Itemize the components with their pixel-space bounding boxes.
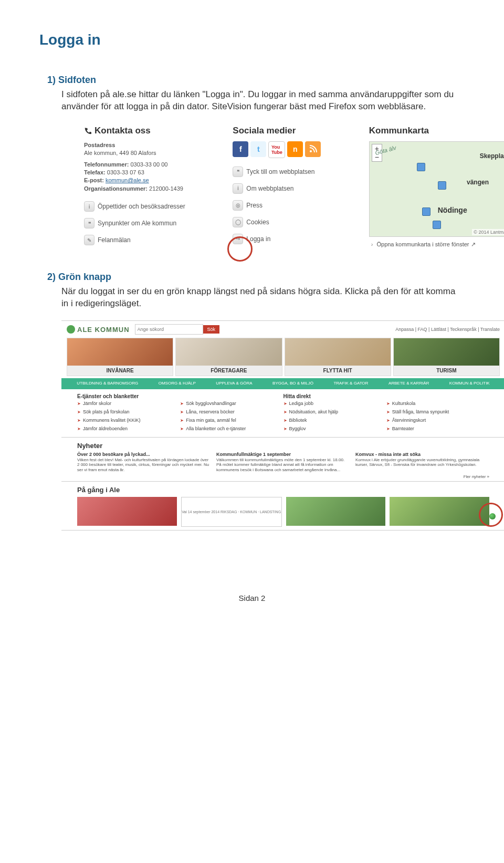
section-number: 1) [47, 75, 56, 85]
cookie-icon: ◯ [233, 217, 243, 227]
quicklink[interactable]: Sök plats på förskolan [77, 408, 180, 416]
quicklink[interactable]: Fixa min gata, anmäl fel [180, 416, 283, 424]
screenshot-footer: Kontakta oss Postadress Ale kommun, 449 … [79, 123, 504, 251]
footer-link-report[interactable]: ✎Felanmälan [84, 232, 222, 248]
quicklinks-heading: Hitta direkt [284, 393, 490, 399]
quicklink[interactable]: Låna, reservera böcker [180, 408, 283, 416]
quicklinks: E-tjänster och blanketter Hitta direkt J… [61, 389, 504, 437]
search-button[interactable]: Sök [203, 325, 220, 334]
quicklink[interactable]: Sök bygglovshandlingar [180, 399, 283, 408]
quicklink[interactable]: Jämför äldreboenden [77, 424, 180, 433]
tab-image [394, 338, 499, 366]
quicklink[interactable]: Barnteater [386, 424, 489, 433]
footer-link-opinions[interactable]: ❝Synpunkter om Ale kommun [84, 215, 222, 232]
news-heading: Nyheter [77, 442, 489, 450]
svg-point-0 [310, 150, 312, 152]
events-heading: På gång i Ale [77, 486, 489, 494]
tab-invanare[interactable]: INVÅNARE [67, 338, 173, 376]
tab-image [285, 338, 391, 366]
tab-flytta[interactable]: FLYTTA HIT [285, 338, 391, 376]
category-link[interactable]: BYGGA, BO & MILJÖ [272, 381, 313, 386]
info-icon: i [233, 183, 243, 194]
quicklink[interactable]: Alla blanketter och e-tjänster [180, 424, 283, 433]
section-name: Grön knapp [58, 272, 111, 282]
site-logo[interactable]: ALE KOMMUN [67, 325, 130, 334]
facebook-icon[interactable]: f [233, 141, 248, 157]
news-item[interactable]: Komvux - missa inte att sökaKomvux i Ale… [355, 452, 489, 473]
category-link[interactable]: UPPLEVA & GÖRA [216, 381, 252, 386]
news-icon[interactable]: n [287, 141, 303, 157]
annotation-circle [227, 236, 253, 262]
category-link[interactable]: UTBILDNING & BARNOMSORG [77, 381, 138, 386]
speech-icon: ❝ [84, 218, 94, 228]
event-image[interactable] [77, 497, 177, 526]
map-column: Kommunkarta +− Göta älv Skepplanda vänge… [364, 123, 504, 251]
map-pin-icon [422, 207, 430, 216]
footer-link-press[interactable]: ◎Press [233, 197, 358, 214]
quicklink[interactable]: Nödsituation, akut hjälp [284, 408, 386, 416]
search-input[interactable] [135, 324, 203, 335]
report-icon: ✎ [84, 235, 94, 245]
contact-details: Telefonnummer: 0303-33 00 00 Telefax: 03… [84, 161, 222, 193]
chevron-right-icon: › [371, 241, 373, 247]
speech-icon: ❝ [233, 167, 243, 177]
category-link[interactable]: ARBETE & KARRIÄR [388, 381, 429, 386]
search-form: Sök [135, 324, 220, 335]
social-icons: f t YouTube n [233, 141, 358, 158]
screenshot-homepage: ALE KOMMUN Sök Anpassa | FAQ | Lättläst … [61, 320, 504, 531]
tab-foretagare[interactable]: FÖRETAGARE [175, 338, 282, 376]
quicklink[interactable]: Bygglov [284, 424, 386, 433]
social-column: Sociala medier f t YouTube n ❝Tyck till … [227, 123, 363, 251]
map-pin-icon [438, 181, 446, 190]
event-image[interactable] [286, 497, 386, 526]
quicklink[interactable]: Ställ fråga, lämna synpunkt [386, 408, 489, 416]
social-heading: Sociala medier [233, 126, 358, 136]
open-map-link[interactable]: › Öppna kommunkarta i större fönster ↗ [369, 237, 504, 248]
footer-link-feedback[interactable]: ❝Tyck till om webbplatsen [233, 163, 358, 180]
youtube-icon[interactable]: YouTube [268, 141, 285, 158]
town-label: Nödinge [438, 206, 467, 214]
top-utility-links[interactable]: Anpassa | FAQ | Lättläst | Teckenspråk |… [395, 327, 500, 332]
camera-icon: ◎ [233, 200, 243, 211]
tab-turism[interactable]: TURISM [393, 338, 500, 376]
phone-icon [84, 127, 91, 134]
news-item[interactable]: Över 2 000 besökare på lyckad...Vilken f… [77, 452, 211, 473]
event-image[interactable]: Val 14 september 2014 RIKSDAG · KOMMUN ·… [181, 497, 282, 527]
category-link[interactable]: OMSORG & HJÄLP [159, 381, 196, 386]
footer-link-aboutsite[interactable]: iOm webbplatsen [233, 180, 358, 197]
footer-link-hours[interactable]: iÖppettider och besöksadresser [84, 198, 222, 215]
event-image[interactable] [390, 497, 489, 526]
quicklink[interactable]: Kommunens kvalitet (KKiK) [77, 416, 180, 424]
section-name: Sidfoten [58, 75, 96, 85]
main-tabs: INVÅNARE FÖRETAGARE FLYTTA HIT TURISM [61, 338, 504, 376]
quicklink[interactable]: Lediga jobb [284, 399, 386, 408]
map-pin-icon [417, 163, 425, 171]
rss-icon[interactable] [305, 141, 321, 157]
quicklink[interactable]: Återvinningskort [386, 416, 489, 424]
quicklink[interactable]: Bibliotek [284, 416, 386, 424]
category-link[interactable]: TRAFIK & GATOR [333, 381, 368, 386]
tab-image [176, 338, 281, 366]
quicklink[interactable]: Kulturskola [386, 399, 489, 408]
quicklink[interactable]: Jämför skolor [77, 399, 180, 408]
email-link[interactable]: kommun@ale.se [106, 177, 149, 183]
tab-image [67, 338, 173, 366]
map[interactable]: +− Göta älv Skepplanda vängen Sjö Nöding… [369, 141, 504, 237]
town-label: vängen [467, 179, 489, 186]
map-copyright: © 2014 Lantmäteriet [472, 229, 504, 235]
section-1-body: I sidfoten på ale.se hittar du länken "L… [39, 89, 465, 113]
news-section: Nyheter Över 2 000 besökare på lyckad...… [61, 437, 504, 482]
logo-seal-icon [67, 325, 75, 334]
page-title: Logga in [39, 32, 465, 48]
town-label: Skepplanda [480, 152, 504, 160]
news-item[interactable]: Kommunfullmäktige 1 septemberVälkommen t… [216, 452, 350, 473]
more-news-link[interactable]: Fler nyheter » [77, 474, 489, 479]
twitter-icon[interactable]: t [250, 141, 266, 157]
category-link[interactable]: KOMMUN & POLITIK [449, 381, 490, 386]
info-icon: i [84, 201, 94, 212]
footer-link-cookies[interactable]: ◯Cookies [233, 214, 358, 231]
contact-heading: Kontakta oss [84, 126, 222, 136]
page-footer: Sidan 2 [39, 594, 465, 602]
site-header: ALE KOMMUN Sök Anpassa | FAQ | Lättläst … [61, 321, 504, 338]
category-bar: UTBILDNING & BARNOMSORG OMSORG & HJÄLP U… [61, 378, 504, 389]
